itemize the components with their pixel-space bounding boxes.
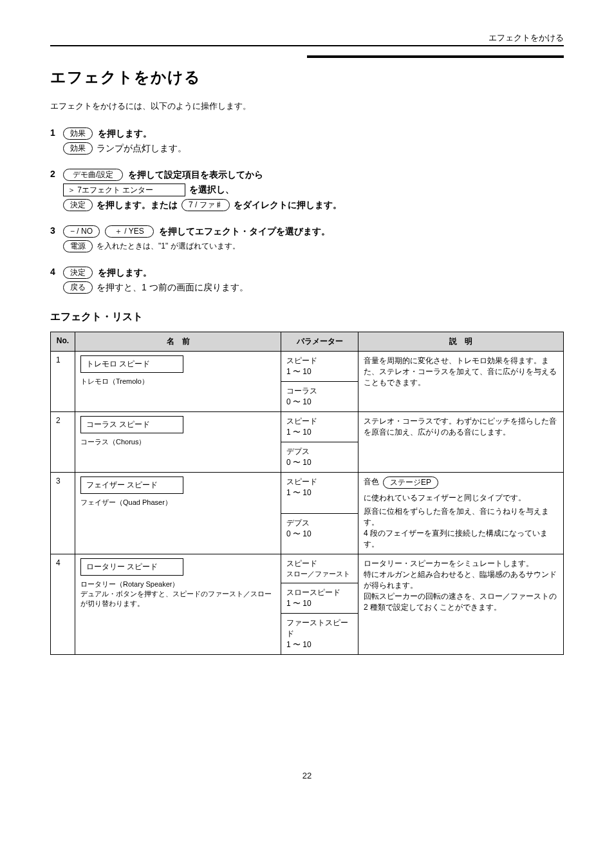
table-row: 3 フェイザー スピード フェイザー（Quad Phaser） スピード 1 〜…: [51, 473, 564, 514]
key-stage-ep: ステージEP: [383, 476, 438, 489]
step-2-text-2: を選択し、: [189, 184, 234, 196]
step-2-num: 2: [50, 169, 63, 179]
table-row: 2 コーラス スピード コーラス（Chorus） スピード 1 〜 10 ステレ…: [51, 412, 564, 442]
key-enter: 決定: [63, 199, 93, 211]
key-plus-yes: ＋ / YES: [105, 225, 154, 238]
cell-name-3: フェイザー スピード フェイザー（Quad Phaser）: [75, 473, 281, 554]
cell-param-3b: デプス 0 〜 10: [281, 513, 358, 554]
step-4-num: 4: [50, 267, 63, 277]
cell-no-4: 4: [51, 554, 75, 655]
lcd-effect-enter: ＞ 7エフェクト エンター: [63, 184, 185, 196]
cell-param-3a: スピード 1 〜 10: [281, 473, 358, 514]
step-1-num: 1: [50, 127, 63, 138]
lcd-chorus: コーラス スピード: [80, 416, 183, 433]
cell-no-2: 2: [51, 412, 75, 473]
step-4-text-2: を押すと、1 つ前の画面に戻ります。: [97, 282, 248, 294]
page-number: 22: [50, 771, 564, 780]
cell-param-4b: スロースピード 1 〜 10: [281, 583, 358, 614]
lcd-tremolo: トレモロ スピード: [80, 355, 183, 373]
key-back: 戻る: [63, 281, 93, 294]
name-sub-4: ロータリー（Rotary Speaker） デュアル・ボタンを押すと、スピードの…: [80, 580, 275, 609]
cell-param-2a: スピード 1 〜 10: [281, 412, 358, 442]
cell-no-1: 1: [51, 352, 75, 412]
step-2-text-1: を押して設定項目を表示してから: [128, 169, 263, 181]
step-2: 2 デモ曲/設定 を押して設定項目を表示してから ＞ 7エフェクト エンター を…: [50, 169, 564, 211]
name-sub-2: コーラス（Chorus）: [80, 437, 275, 447]
section-subtitle: エフェクトをかけるには、以下のように操作します。: [50, 100, 564, 112]
step-1-text-2: ランプが点灯します。: [97, 143, 187, 155]
name-sub-1: トレモロ（Tremolo）: [80, 377, 275, 386]
effect-table: No. 名 前 パラメーター 説 明 1 トレモロ スピード トレモロ（Trem…: [50, 332, 564, 655]
cell-no-3: 3: [51, 473, 75, 554]
header-right-label: エフェクトをかける: [488, 32, 564, 44]
th-no: No.: [51, 332, 75, 352]
key-minus-no: − / NO: [63, 225, 100, 238]
header-divider: [50, 45, 564, 46]
step-3-num: 3: [50, 225, 63, 236]
effect-list-title: エフェクト・リスト: [50, 310, 564, 324]
step-4: 4 決定 を押します。 戻る を押すと、1 つ前の画面に戻ります。: [50, 267, 564, 294]
cell-param-4c: ファーストスピード 1 〜 10: [281, 614, 358, 655]
cell-desc-3: 音色 ステージEP に使われているフェイザーと同じタイプです。 原音に位相をずら…: [358, 473, 564, 554]
lcd-rotary: ロータリー スピード: [80, 558, 183, 576]
th-param: パラメーター: [281, 332, 358, 352]
step-2-text-4: をダイレクトに押します。: [234, 200, 342, 211]
section-title: エフェクトをかける: [50, 67, 564, 88]
key-demo-setting: デモ曲/設定: [63, 169, 123, 181]
cell-desc-4: ロータリー・スピーカーをシミュレートします。 特にオルガンと組み合わせると、臨場…: [358, 554, 564, 655]
cell-param-1b: コーラス 0 〜 10: [281, 382, 358, 412]
cell-param-1a: スピード 1 〜 10: [281, 352, 358, 382]
step-1-text-1: を押します。: [98, 128, 152, 140]
key-power: 電源: [63, 240, 93, 252]
lcd-phaser: フェイザー スピード: [80, 476, 183, 494]
step-2-text-3: を押します。または: [97, 200, 178, 211]
step-4-text-1: を押します。: [98, 267, 152, 279]
cell-name-4: ロータリー スピード ロータリー（Rotary Speaker） デュアル・ボタ…: [75, 554, 281, 655]
cell-param-4a: スピード スロー／ファースト: [281, 554, 358, 583]
key-enter-2: 決定: [63, 267, 93, 279]
cell-param-2b: デプス 0 〜 10: [281, 442, 358, 473]
key-effect: 効果: [63, 127, 93, 140]
cell-desc-2: ステレオ・コーラスです。わずかにピッチを揺らした音を原音に加え、広がりのある音に…: [358, 412, 564, 473]
name-sub-3: フェイザー（Quad Phaser）: [80, 498, 275, 507]
step-1: 1 効果 を押します。 効果 ランプが点灯します。: [50, 127, 564, 155]
cell-name-1: トレモロ スピード トレモロ（Tremolo）: [75, 352, 281, 412]
cell-desc-1: 音量を周期的に変化させ、トレモロ効果を得ます。また、ステレオ・コーラスを加えて、…: [358, 352, 564, 412]
th-name: 名 前: [75, 332, 281, 352]
key-7-fsharp: 7 / ファ♯: [181, 199, 230, 211]
th-desc: 説 明: [358, 332, 564, 352]
table-row: 4 ロータリー スピード ロータリー（Rotary Speaker） デュアル・…: [51, 554, 564, 583]
key-effect-lamp: 効果: [63, 142, 93, 155]
step-3-note: を入れたときは、"1" が選ばれています。: [97, 241, 240, 252]
step-3-text: を押してエフェクト・タイプを選びます。: [159, 226, 330, 238]
table-row: 1 トレモロ スピード トレモロ（Tremolo） スピード 1 〜 10 音量…: [51, 352, 564, 382]
header-sub-divider: [307, 55, 564, 58]
cell-name-2: コーラス スピード コーラス（Chorus）: [75, 412, 281, 473]
step-3: 3 − / NO ＋ / YES を押してエフェクト・タイプを選びます。 電源 …: [50, 225, 564, 252]
